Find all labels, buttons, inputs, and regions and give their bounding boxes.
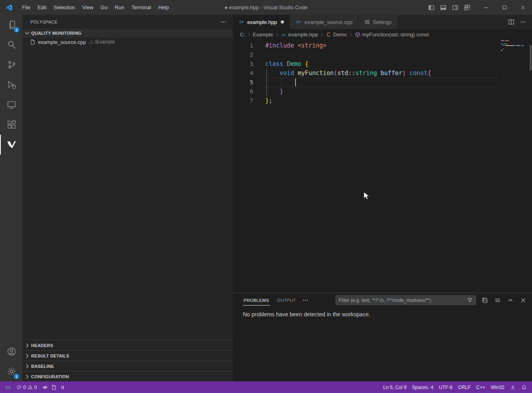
code-line-text[interactable] <box>253 78 294 87</box>
tab-settings[interactable]: Settings <box>358 15 397 29</box>
collapse-all-icon[interactable] <box>482 297 488 304</box>
activitybar-item-manage[interactable]: 1 <box>0 361 22 381</box>
panel-tab-problems[interactable]: PROBLEMS <box>243 295 270 306</box>
code-line-1: 1#include <string> <box>233 41 532 50</box>
cpp-file-icon: C+ <box>238 19 245 25</box>
maximize-button[interactable] <box>495 0 514 15</box>
breadcrumb-item-c[interactable]: C: <box>240 32 245 38</box>
breadcrumb-label: Demo <box>333 32 347 38</box>
minimap-line <box>501 44 526 44</box>
menubar-item-view[interactable]: View <box>79 0 97 15</box>
minimap-line <box>501 42 526 43</box>
code-line-text[interactable]: class Demo { <box>253 60 308 69</box>
filter-icon[interactable] <box>467 297 473 303</box>
activitybar-item-run-and-debug[interactable] <box>0 75 22 95</box>
activitybar-item-accounts[interactable] <box>0 341 22 361</box>
status-platform[interactable]: Win32 <box>488 381 507 393</box>
customize-layout-icon[interactable] <box>462 2 473 13</box>
panel-tab-output[interactable]: OUTPUT <box>276 295 297 306</box>
problems-status[interactable]: 0 0 <box>14 381 40 393</box>
file-path: ..\..\Example <box>88 39 115 45</box>
code-line-text[interactable]: } <box>253 87 283 96</box>
activitybar-item-explorer[interactable]: 1 <box>0 15 22 35</box>
tree-item-example-source-cpp[interactable]: example_source.cpp ..\..\Example <box>22 38 233 46</box>
status-cursor-position[interactable]: Ln 5, Col 9 <box>381 381 409 393</box>
code-line-text[interactable]: void myFunction(std::string buffer) cons… <box>253 69 431 78</box>
sidebar-section-baseline[interactable]: BASELINE <box>22 361 233 371</box>
code-editor[interactable]: 1#include <string>23class Demo {4 void m… <box>233 40 532 293</box>
status-bar: 0 0 Ln 5, Col 9Spaces: 4UTF-8CRLFC++Win3… <box>0 381 532 393</box>
statusbar-right-items: Ln 5, Col 9Spaces: 4UTF-8CRLFC++Win32 <box>381 381 507 393</box>
svg-text:C+: C+ <box>282 33 286 36</box>
activitybar-item-search[interactable] <box>0 35 22 55</box>
document-icon <box>51 385 57 390</box>
code-line-7: 7}; <box>233 96 532 105</box>
breadcrumb-item-example[interactable]: Example <box>253 32 273 38</box>
toggle-panel-icon[interactable] <box>438 2 449 13</box>
problems-filter-input[interactable] <box>339 298 467 303</box>
menubar-item-help[interactable]: Help <box>155 0 173 15</box>
breadcrumb-separator-icon <box>246 32 252 37</box>
breadcrumb-label: myFunction(std::string) const <box>362 32 429 38</box>
code-line-text[interactable]: }; <box>253 96 272 105</box>
warnings-count: 0 <box>34 385 37 390</box>
feedback-item[interactable] <box>507 381 518 393</box>
menubar-item-run[interactable]: Run <box>111 0 128 15</box>
split-editor-icon[interactable] <box>508 19 514 25</box>
editor-more-actions-icon[interactable] <box>520 19 526 25</box>
line-number: 2 <box>233 50 253 60</box>
remote-indicator[interactable] <box>2 381 14 393</box>
breadcrumb-label: C: <box>240 32 245 38</box>
search-icon <box>7 40 16 50</box>
minimap-line <box>501 45 526 46</box>
panel-more-views-icon[interactable] <box>302 297 309 304</box>
status-indentation[interactable]: Spaces: 4 <box>409 381 436 393</box>
tab-example-source-cpp[interactable]: C+example_source.cpp <box>290 15 358 29</box>
minimize-button[interactable] <box>477 0 495 15</box>
cpp-file-icon: C+ <box>296 19 302 25</box>
polyspace-status[interactable] <box>40 381 68 393</box>
menubar-item-selection[interactable]: Selection <box>50 0 78 15</box>
sidebar-section-result-details[interactable]: RESULT DETAILS <box>22 350 233 361</box>
status-eol[interactable]: CRLF <box>455 381 473 393</box>
sidebar-section-headers[interactable]: HEADERS <box>22 340 233 350</box>
maximize-panel-icon[interactable] <box>507 297 514 304</box>
breadcrumb-item-demo[interactable]: Demo <box>326 32 347 38</box>
polyspace-icon <box>7 140 16 149</box>
feedback-icon <box>510 385 516 390</box>
section-label: CONFIGURATION <box>31 374 69 379</box>
minimap[interactable] <box>501 40 526 52</box>
menubar-item-edit[interactable]: Edit <box>34 0 50 15</box>
scrollbar[interactable] <box>530 45 532 71</box>
activitybar-item-extensions[interactable] <box>0 115 22 135</box>
close-button[interactable] <box>514 0 532 15</box>
menubar-item-file[interactable]: File <box>18 0 34 15</box>
activitybar-item-source-control[interactable] <box>0 55 22 75</box>
activitybar-item-remote-explorer[interactable] <box>0 95 22 115</box>
code-line-text[interactable] <box>253 50 265 60</box>
menubar-item-go[interactable]: Go <box>97 0 111 15</box>
activitybar-item-polyspace[interactable] <box>0 135 22 155</box>
tab-example-hpp[interactable]: C+example.hpp <box>233 15 290 29</box>
minimap-line <box>501 47 526 48</box>
breadcrumb-item-example-hpp[interactable]: C+example.hpp <box>281 32 318 38</box>
view-as-table-icon[interactable] <box>494 297 501 304</box>
sidebar-section-configuration[interactable]: CONFIGURATION <box>22 371 233 381</box>
sidebar-more-actions-icon[interactable] <box>220 19 226 25</box>
menubar-item-terminal[interactable]: Terminal <box>128 0 155 15</box>
notifications-item[interactable] <box>518 381 530 393</box>
breadcrumb-item-myfunction-std-string-const[interactable]: myFunction(std::string) const <box>355 32 429 38</box>
svg-text:C+: C+ <box>239 20 244 24</box>
status-language-mode[interactable]: C++ <box>473 381 488 393</box>
toggle-secondary-sidebar-icon[interactable] <box>450 2 461 13</box>
section-quality-monitoring[interactable]: QUALITY MONITORING <box>22 29 233 38</box>
source-control-icon <box>7 60 16 69</box>
minimap-line <box>501 48 526 49</box>
status-encoding[interactable]: UTF-8 <box>436 381 455 393</box>
close-panel-icon[interactable] <box>520 297 526 304</box>
activity-bar: 1 1 <box>0 15 22 381</box>
code-line-text[interactable]: #include <string> <box>253 41 327 50</box>
tab-label: example_source.cpp <box>304 19 352 25</box>
line-number: 4 <box>233 69 253 78</box>
toggle-sidebar-icon[interactable] <box>426 2 437 13</box>
